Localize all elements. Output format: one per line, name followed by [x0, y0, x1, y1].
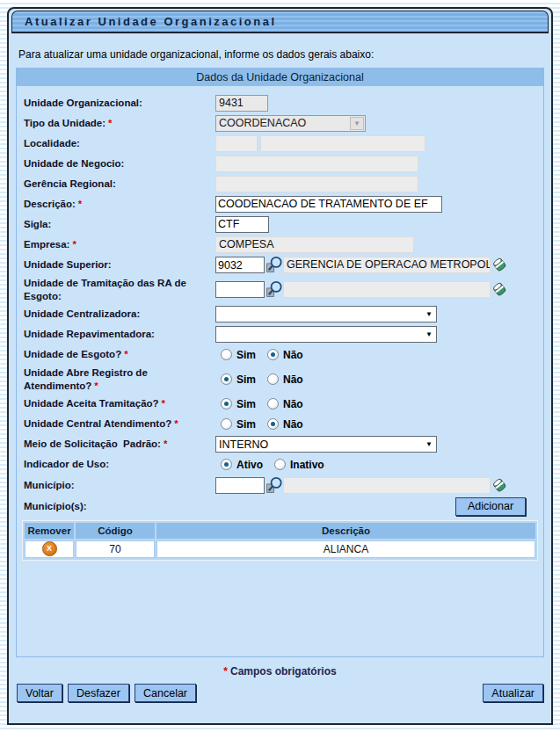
meio-solicitacao-select[interactable]: INTERNO ▼: [215, 436, 437, 453]
form-row-tipo-unidade: Tipo da Unidade:* COORDENACAO ▼: [24, 114, 536, 132]
localidade-name-field: [260, 135, 425, 152]
radio-option-sim[interactable]: Sim: [221, 349, 256, 361]
radio-option-nao[interactable]: Não: [267, 398, 303, 410]
unidade-centralizadora-label: Unidade Centralizadora:: [24, 308, 140, 319]
form-row-unidade-organizacional: Unidade Organizacional: 9431: [24, 94, 536, 112]
eraser-icon[interactable]: [491, 476, 509, 495]
radio-button-icon[interactable]: [274, 459, 286, 470]
voltar-button[interactable]: Voltar: [17, 684, 62, 702]
page-background: Atualizar Unidade Organizacional Para at…: [0, 0, 560, 732]
municipio-code-input[interactable]: [215, 477, 265, 494]
tramitacao-code-input[interactable]: [215, 281, 265, 298]
unidade-superior-name-field: GERENCIA DE OPERACAO METROPOLIT: [283, 257, 491, 273]
radio-button-icon[interactable]: [221, 349, 232, 360]
search-icon[interactable]: [265, 476, 283, 495]
instruction-text: Para atualizar uma unidade organizaciona…: [18, 48, 542, 61]
required-asterisk: *: [162, 398, 165, 409]
section-empty-space: [17, 561, 543, 656]
tipo-unidade-label: Tipo da Unidade:: [24, 118, 105, 128]
form-row-abre-registro: Unidade Abre Registro de Atendimento?* S…: [24, 366, 536, 393]
indicador-uso-label: Indicador de Uso:: [24, 459, 109, 469]
form-row-municipio: Município:: [24, 476, 536, 495]
dados-unidade-panel: Dados da Unidade Organizacional Unidade …: [16, 68, 544, 657]
form-row-meio-solicitacao: Meio de Solicitação Padrão:* INTERNO ▼: [24, 436, 536, 453]
tipo-unidade-select: COORDENACAO ▼: [215, 115, 366, 132]
form-row-tramitacao-ra-esgoto: Unidade de Tramitação das RA de Esgoto:: [24, 277, 536, 303]
chevron-down-icon[interactable]: ▼: [425, 331, 433, 338]
title-bar: Atualizar Unidade Organizacional: [11, 11, 549, 33]
radio-option-inativo[interactable]: Inativo: [274, 459, 324, 471]
footer-buttons: Voltar Desfazer Cancelar Atualizar: [17, 684, 543, 702]
radio-option-ativo[interactable]: Ativo: [221, 459, 263, 471]
sigla-input[interactable]: [215, 216, 269, 233]
form-row-unidade-centralizadora: Unidade Centralizadora: ▼: [24, 306, 536, 323]
aceita-tramitacao-label: Unidade Aceita Tramitação?: [24, 398, 159, 409]
unidade-negocio-field: [215, 156, 418, 172]
form-row-empresa: Empresa:* COMPESA: [24, 236, 536, 253]
chevron-down-icon: ▼: [350, 117, 364, 130]
radio-button-icon[interactable]: [267, 398, 279, 409]
radio-button-icon[interactable]: [267, 349, 279, 360]
radio-option-nao[interactable]: Não: [267, 418, 303, 431]
unidade-repavimentadora-label: Unidade Repavimentadora:: [24, 329, 155, 339]
form-row-unidade-esgoto: Unidade de Esgoto?* Sim Não: [24, 346, 536, 364]
form-row-unidade-negocio: Unidade de Negocio:: [24, 155, 536, 172]
municipios-table: Remover Código Descrição X 70 ALIANCA: [23, 521, 537, 560]
required-asterisk: *: [94, 380, 98, 391]
form-row-aceita-tramitacao: Unidade Aceita Tramitação?* Sim Não: [24, 395, 536, 413]
eraser-icon[interactable]: [491, 280, 509, 299]
descricao-cell: ALIANCA: [156, 540, 535, 558]
desfazer-button[interactable]: Desfazer: [68, 684, 129, 702]
radio-button-icon[interactable]: [267, 373, 279, 385]
unidade-centralizadora-select[interactable]: ▼: [215, 306, 437, 323]
radio-option-sim[interactable]: Sim: [221, 373, 256, 386]
radio-option-nao[interactable]: Não: [267, 373, 303, 386]
form-row-municipios-list: Município(s): Adicionar: [24, 497, 536, 516]
unidade-esgoto-label: Unidade de Esgoto?: [24, 349, 121, 359]
form-row-descricao: Descrição:*: [24, 195, 536, 213]
unidade-repavimentadora-select[interactable]: ▼: [215, 326, 437, 343]
tramitacao-name-field: [283, 281, 491, 298]
form-row-indicador-uso: Indicador de Uso: Ativo Inativo: [24, 456, 536, 474]
header-remover: Remover: [25, 523, 74, 539]
radio-button-icon[interactable]: [221, 418, 232, 430]
form-row-localidade: Localidade:: [24, 134, 536, 152]
radio-button-icon[interactable]: [221, 373, 232, 385]
required-asterisk: *: [124, 349, 127, 359]
remove-icon[interactable]: X: [42, 541, 57, 556]
required-asterisk: *: [223, 665, 228, 678]
search-icon[interactable]: [265, 256, 283, 274]
tramitacao-ra-esgoto-label: Unidade de Tramitação das RA de Esgoto:: [24, 278, 189, 301]
municipio-label: Município:: [24, 480, 75, 490]
table-row: X 70 ALIANCA: [25, 540, 535, 558]
chevron-down-icon[interactable]: ▼: [425, 311, 433, 318]
remover-cell: X: [25, 540, 74, 558]
required-asterisk: *: [72, 239, 76, 250]
gerencia-regional-field: [215, 176, 418, 192]
unidade-superior-code-input[interactable]: [215, 257, 265, 273]
radio-option-nao[interactable]: Não: [267, 349, 303, 361]
radio-option-sim[interactable]: Sim: [221, 418, 256, 431]
required-asterisk: *: [108, 118, 112, 128]
radio-button-icon[interactable]: [267, 418, 279, 430]
radio-button-icon[interactable]: [221, 398, 232, 409]
cancelar-button[interactable]: Cancelar: [135, 684, 196, 702]
form-row-unidade-repavimentadora: Unidade Repavimentadora: ▼: [24, 326, 536, 344]
required-fields-note: *Campos obrigatórios: [11, 665, 549, 678]
radio-option-sim[interactable]: Sim: [221, 398, 256, 410]
search-icon[interactable]: [265, 280, 283, 299]
required-asterisk: *: [164, 438, 167, 449]
chevron-down-icon[interactable]: ▼: [425, 441, 433, 448]
codigo-cell: 70: [76, 540, 155, 558]
descricao-input[interactable]: [215, 196, 442, 213]
gerencia-regional-label: Gerência Regional:: [24, 178, 116, 189]
unidade-organizacional-label: Unidade Organizacional:: [24, 98, 142, 108]
municipios-list-label: Município(s):: [24, 501, 87, 511]
empresa-label: Empresa:: [24, 239, 69, 250]
eraser-icon[interactable]: [491, 256, 509, 274]
meio-solicitacao-label: Meio de Solicitação Padrão:: [24, 438, 161, 449]
form-row-sigla: Sigla:: [24, 215, 536, 233]
atualizar-button[interactable]: Atualizar: [483, 684, 543, 702]
adicionar-button[interactable]: Adicionar: [455, 497, 526, 516]
radio-button-icon[interactable]: [221, 459, 232, 470]
